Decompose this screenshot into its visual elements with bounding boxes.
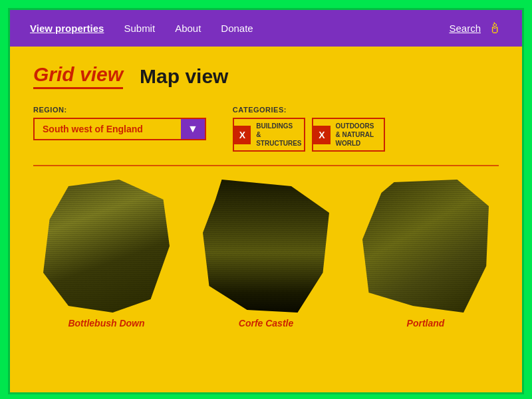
nav-about[interactable]: About	[175, 23, 201, 34]
card-title-0: Bottlebush Down	[68, 318, 144, 329]
candle-icon: 🕯	[487, 20, 502, 37]
region-select[interactable]: South west of England ▼	[33, 118, 206, 140]
outer-frame: View properties Submit About Donate Sear…	[8, 8, 524, 394]
remove-outdoors-button[interactable]: X	[313, 126, 330, 144]
card-image-2[interactable]	[362, 180, 489, 313]
tab-map-view[interactable]: Map view	[140, 65, 228, 88]
nav-right: Search 🕯	[449, 20, 502, 37]
card-image-1[interactable]	[203, 180, 329, 313]
tab-grid-view[interactable]: Grid view	[33, 63, 123, 89]
filters-row: REGION: South west of England ▼ CATEGORI…	[33, 106, 499, 152]
nav-links: View properties Submit About Donate	[30, 23, 449, 34]
category-tag-buildings: X BUILDINGS & STRUCTURES	[233, 118, 305, 152]
region-label: REGION:	[33, 106, 206, 114]
category-outdoors-label: OUTDOORS & NATURAL WORLD	[331, 119, 384, 150]
categories-filter: CATEGORIES: X BUILDINGS & STRUCTURES X O…	[233, 106, 385, 152]
navbar: View properties Submit About Donate Sear…	[10, 10, 522, 47]
card-title-1: Corfe Castle	[239, 318, 293, 329]
region-value: South west of England	[35, 120, 181, 138]
view-tabs: Grid view Map view	[33, 63, 499, 89]
nav-submit[interactable]: Submit	[124, 23, 155, 34]
cards-row: Bottlebush Down Corfe Castle Portland	[33, 180, 499, 329]
card-1: Corfe Castle	[193, 180, 339, 329]
card-image-0[interactable]	[43, 180, 170, 313]
category-tag-outdoors: X OUTDOORS & NATURAL WORLD	[312, 118, 384, 152]
categories-label: CATEGORIES:	[233, 106, 385, 114]
categories-row: X BUILDINGS & STRUCTURES X OUTDOORS & NA…	[233, 118, 385, 152]
card-2: Portland	[352, 180, 499, 329]
nav-donate[interactable]: Donate	[221, 23, 253, 34]
card-0: Bottlebush Down	[33, 180, 180, 329]
main-content: Grid view Map view REGION: South west of…	[10, 47, 522, 392]
region-filter: REGION: South west of England ▼	[33, 106, 206, 140]
card-title-2: Portland	[407, 318, 445, 329]
search-link[interactable]: Search	[449, 23, 481, 34]
nav-view-properties[interactable]: View properties	[30, 23, 104, 34]
divider	[33, 165, 499, 166]
remove-buildings-button[interactable]: X	[234, 126, 251, 144]
chevron-down-icon: ▼	[181, 119, 205, 139]
category-buildings-label: BUILDINGS & STRUCTURES	[251, 119, 304, 150]
